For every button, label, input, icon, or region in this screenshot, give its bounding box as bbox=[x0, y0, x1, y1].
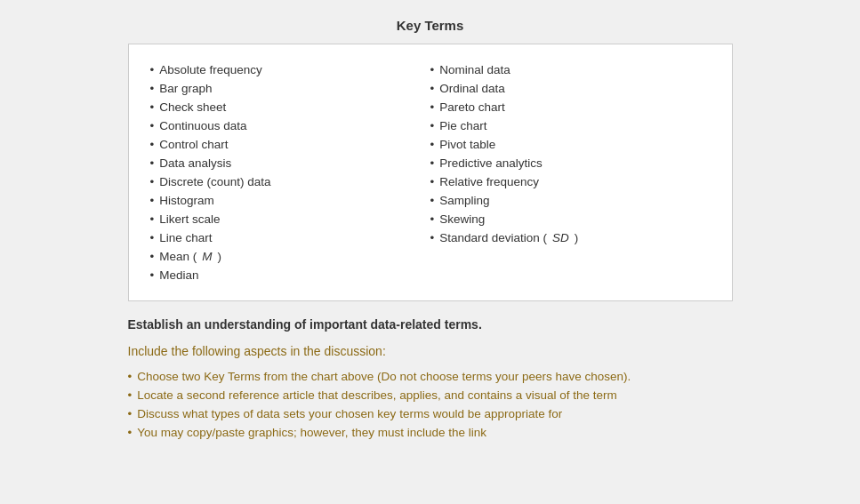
section-title: Key Terms bbox=[128, 18, 733, 33]
key-terms-left-column: Absolute frequencyBar graphCheck sheetCo… bbox=[150, 60, 430, 284]
page-container: Key Terms Absolute frequencyBar graphChe… bbox=[128, 18, 733, 486]
list-item: Locate a second reference article that d… bbox=[128, 386, 733, 404]
key-terms-box: Absolute frequencyBar graphCheck sheetCo… bbox=[128, 44, 733, 301]
list-item: Pie chart bbox=[430, 116, 711, 135]
establish-text: Establish an understanding of important … bbox=[128, 317, 733, 332]
list-item: Control chart bbox=[150, 135, 430, 154]
list-item: Check sheet bbox=[150, 98, 430, 116]
list-item: Likert scale bbox=[150, 210, 430, 228]
list-item: Discuss what types of data sets your cho… bbox=[128, 404, 733, 423]
list-item: Discrete (count) data bbox=[150, 172, 430, 191]
right-terms-list: Nominal dataOrdinal dataPareto chartPie … bbox=[430, 60, 711, 247]
list-item: Absolute frequency bbox=[150, 60, 430, 79]
list-item: Data analysis bbox=[150, 154, 430, 172]
list-item: Ordinal data bbox=[430, 79, 711, 98]
list-item: Predictive analytics bbox=[430, 154, 711, 172]
discussion-list: Choose two Key Terms from the chart abov… bbox=[128, 367, 733, 442]
list-item: Pivot table bbox=[430, 135, 711, 154]
list-item: Histogram bbox=[150, 191, 430, 210]
list-item: Skewing bbox=[430, 210, 711, 228]
list-item: Nominal data bbox=[430, 60, 711, 79]
list-item: Median bbox=[150, 266, 430, 284]
list-item: Relative frequency bbox=[430, 172, 711, 191]
list-item: Bar graph bbox=[150, 79, 430, 98]
list-item: Pareto chart bbox=[430, 98, 711, 116]
left-terms-list: Absolute frequencyBar graphCheck sheetCo… bbox=[150, 60, 430, 284]
key-terms-columns: Absolute frequencyBar graphCheck sheetCo… bbox=[150, 60, 711, 284]
key-terms-right-column: Nominal dataOrdinal dataPareto chartPie … bbox=[430, 60, 711, 284]
include-text: Include the following aspects in the dis… bbox=[128, 344, 733, 358]
list-item: Continuous data bbox=[150, 116, 430, 135]
list-item: Sampling bbox=[430, 191, 711, 210]
list-item: Standard deviation (SD) bbox=[430, 228, 711, 247]
list-item: Line chart bbox=[150, 228, 430, 247]
list-item: Mean (M) bbox=[150, 247, 430, 266]
list-item: Choose two Key Terms from the chart abov… bbox=[128, 367, 733, 386]
list-item: You may copy/paste graphics; however, th… bbox=[128, 423, 733, 442]
